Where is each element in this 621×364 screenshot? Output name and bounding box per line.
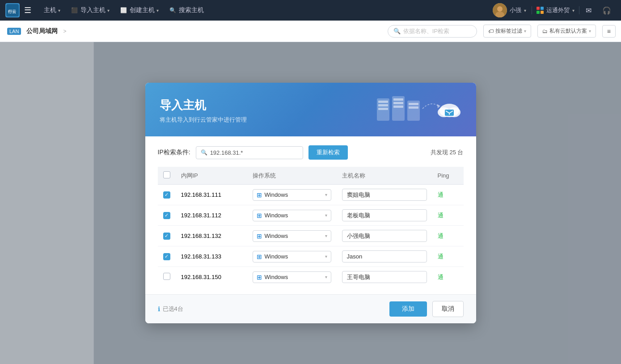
main-area: 导入主机 将主机导入到行云管家中进行管理 [0,42,621,364]
create-icon: ⬜ [120,7,127,13]
subbar-search-placeholder: 依据名称、IP检索 [403,27,449,35]
col-ping-header: Ping [432,167,464,185]
os-arrow: ▾ [325,213,327,218]
search-bar: IP检索条件: 🔍 重新检索 共发现 25 台 [158,145,464,160]
modal-body: IP检索条件: 🔍 重新检索 共发现 25 台 [145,136,476,294]
footer-selected-text: 已选4台 [163,305,183,313]
row-ip-1: 192.168.31.112 [176,205,247,226]
topnav: 行云 ☰ 主机 ▾ ⬛ 导入主机 ▾ ⬜ 创建主机 ▾ 🔍 搜索主机 小强 ▾ [0,0,621,21]
row-os-select-2[interactable]: ⊞Windows▾ [253,230,331,242]
nav-create-label: 创建主机 [130,6,155,14]
header-checkbox[interactable] [163,171,170,178]
modal-header: 导入主机 将主机导入到行云管家中进行管理 [145,83,476,136]
row-os-select-3[interactable]: ⊞Windows▾ [253,251,331,262]
row-ip-2: 192.168.31.132 [176,226,247,246]
search-btn[interactable]: 重新检索 [308,145,348,160]
search-input-wrap[interactable]: 🔍 [196,146,303,159]
app-arrow: ▾ [572,8,575,13]
col-name-header: 主机名称 [337,167,432,185]
tag-filter-btn[interactable]: 🏷 按标签过滤 ▾ [483,25,531,38]
os-arrow: ▾ [325,275,327,279]
windows-icon: ⊞ [257,212,262,219]
row-os-select-1[interactable]: ⊞Windows▾ [253,210,331,221]
import-modal: 导入主机 将主机导入到行云管家中进行管理 [145,83,476,323]
nav-search[interactable]: 🔍 搜索主机 [164,0,209,21]
search-nav-icon: 🔍 [169,7,176,13]
scheme-icon: 🗂 [542,28,548,34]
user-name: 小强 [510,6,521,14]
row-os-select-0[interactable]: ⊞Windows▾ [253,189,331,201]
row-checkbox-3[interactable] [163,253,170,260]
svg-rect-6 [378,101,388,103]
row-ip-4: 192.168.31.150 [176,267,247,288]
search-input[interactable] [210,149,298,156]
nav-create[interactable]: ⬜ 创建主机 ▾ [115,0,164,21]
row-checkbox-4[interactable] [163,273,170,280]
scheme-arrow: ▾ [589,29,591,34]
row-name-input-4[interactable] [342,271,427,283]
headphone-button[interactable]: 🎧 [598,6,616,15]
nav-import[interactable]: ⬛ 导入主机 ▾ [66,0,115,21]
footer-info: ℹ 已选4台 [158,305,183,313]
app-grid-icon [537,7,544,14]
row-name-input-3[interactable] [342,250,427,262]
scheme-btn[interactable]: 🗂 私有云默认方案 ▾ [537,25,596,38]
svg-rect-11 [393,102,403,104]
menu-icon[interactable]: ☰ [24,5,31,15]
row-ping-0: 通 [432,185,464,205]
app-switcher[interactable]: 运通外贸 ▾ [532,6,579,14]
scheme-label: 私有云默认方案 [549,27,587,35]
row-os-select-4[interactable]: ⊞Windows▾ [253,271,331,283]
nav-import-arrow: ▾ [107,8,110,13]
tag-filter-arrow: ▾ [524,29,526,34]
os-label: Windows [265,212,288,219]
os-arrow: ▾ [325,233,327,238]
windows-icon: ⊞ [257,253,262,260]
svg-marker-16 [437,104,440,108]
header-illustration [372,92,462,127]
subbar-search-box[interactable]: 🔍 依据名称、IP检索 [388,25,477,38]
table-row: 192.168.31.132⊞Windows▾通 [158,226,464,246]
windows-icon: ⊞ [257,191,262,199]
app-logo: 行云 [5,3,20,17]
row-name-input-2[interactable] [342,230,427,242]
table-row: 192.168.31.133⊞Windows▾通 [158,246,464,267]
svg-rect-8 [378,108,388,110]
modal-backdrop: 导入主机 将主机导入到行云管家中进行管理 [0,42,621,364]
nav-host[interactable]: 主机 ▾ [38,0,66,21]
tag-icon: 🏷 [488,28,494,34]
col-check-header [158,167,176,185]
table-header-row: 内网IP 操作系统 主机名称 Ping [158,167,464,185]
row-name-input-0[interactable] [342,189,427,201]
logo-icon: 行云 [5,3,20,17]
user-menu[interactable]: 小强 ▾ [489,3,530,17]
nav-search-label: 搜索主机 [179,6,204,14]
table-row: 192.168.31.111⊞Windows▾通 [158,185,464,205]
nav-create-arrow: ▾ [156,8,159,13]
topnav-right: 小强 ▾ 运通外贸 ▾ ✉ 🎧 [489,3,616,17]
more-button[interactable]: ≡ [602,25,616,38]
row-name-input-1[interactable] [342,209,427,221]
add-button[interactable]: 添加 [389,301,427,317]
row-ping-4: 通 [432,267,464,288]
svg-text:行云: 行云 [8,9,16,14]
windows-icon: ⊞ [257,233,262,240]
mail-button[interactable]: ✉ [581,6,596,15]
cancel-button[interactable]: 取消 [432,301,464,317]
svg-rect-14 [409,103,418,105]
info-icon: ℹ [158,305,160,313]
table-row: 192.168.31.150⊞Windows▾通 [158,267,464,288]
svg-point-3 [497,6,503,12]
import-icon: ⬛ [71,7,78,13]
nav-import-label: 导入主机 [80,6,106,14]
row-checkbox-2[interactable] [163,233,170,240]
row-checkbox-1[interactable] [163,212,170,219]
search-icon: 🔍 [201,149,207,156]
subbar: LAN 公司局域网 > 🔍 依据名称、IP检索 🏷 按标签过滤 ▾ 🗂 私有云默… [0,21,621,42]
svg-rect-12 [393,106,403,108]
search-label: IP检索条件: [158,148,190,157]
nav-host-arrow: ▾ [58,8,60,13]
col-ip-header: 内网IP [176,167,247,185]
row-checkbox-0[interactable] [163,191,170,199]
row-ip-0: 192.168.31.111 [176,185,247,205]
